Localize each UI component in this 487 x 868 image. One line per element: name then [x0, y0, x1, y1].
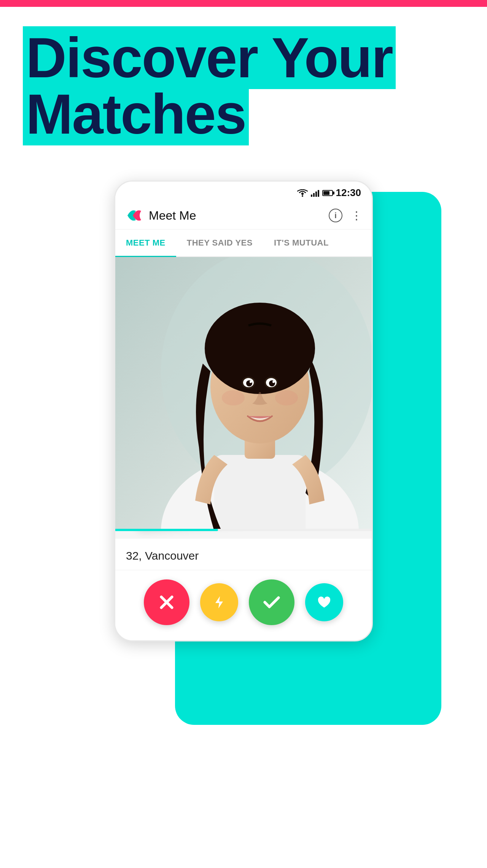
status-time: 12:30: [336, 187, 361, 199]
hero-line1: Discover Your: [23, 26, 396, 89]
svg-point-19: [205, 303, 315, 394]
status-icons: 12:30: [297, 187, 361, 199]
card-front-photo: [115, 257, 372, 531]
phone-frame: 12:30 Meet Me i ⋮ MEET ME THEY SAID YES …: [114, 180, 373, 641]
hero-title: Discover Your Matches: [23, 30, 464, 142]
profile-location: 32, Vancouver: [126, 549, 199, 562]
svg-rect-3: [313, 193, 315, 197]
wifi-icon: [297, 189, 308, 197]
svg-rect-2: [311, 195, 312, 197]
status-bar: 12:30: [115, 182, 372, 202]
boost-icon: [212, 595, 227, 610]
app-logo: Meet Me: [124, 206, 329, 225]
phone-container: 12:30 Meet Me i ⋮ MEET ME THEY SAID YES …: [57, 180, 430, 641]
tabs-bar: MEET ME THEY SAID YES IT'S MUTUAL: [115, 230, 372, 257]
top-accent-bar: [0, 0, 487, 7]
accept-icon: [262, 592, 282, 612]
favorite-button[interactable]: [305, 583, 343, 621]
tab-meet-me[interactable]: MEET ME: [115, 230, 176, 256]
header-actions: i ⋮: [329, 209, 363, 222]
svg-rect-16: [214, 455, 306, 531]
action-buttons: [115, 570, 372, 640]
app-header: Meet Me i ⋮: [115, 202, 372, 230]
svg-point-26: [250, 381, 252, 383]
reject-icon: [157, 592, 177, 612]
hero-section: Discover Your Matches: [0, 7, 487, 158]
card-front: [115, 257, 372, 531]
svg-marker-0: [301, 192, 304, 195]
signal-icon: [311, 189, 319, 197]
profile-info: 32, Vancouver: [115, 539, 372, 570]
svg-point-29: [275, 390, 298, 405]
svg-point-28: [222, 390, 245, 405]
svg-rect-4: [315, 191, 317, 197]
app-logo-icon: [124, 206, 144, 225]
hero-line2: Matches: [23, 83, 249, 145]
battery-icon: [322, 190, 333, 196]
card-progress-bar: [115, 529, 372, 531]
tab-they-said-yes[interactable]: THEY SAID YES: [176, 230, 263, 256]
heart-icon: [317, 595, 332, 610]
accept-button[interactable]: [249, 579, 294, 625]
reject-button[interactable]: [144, 579, 189, 625]
svg-marker-32: [215, 596, 223, 608]
info-button[interactable]: i: [329, 209, 342, 222]
person-front-illustration: [115, 257, 372, 531]
more-button[interactable]: ⋮: [351, 214, 363, 217]
svg-point-27: [272, 381, 275, 383]
cards-area: [115, 257, 372, 539]
progress-fill: [115, 529, 218, 531]
tab-its-mutual[interactable]: IT'S MUTUAL: [263, 230, 339, 256]
svg-point-1: [302, 195, 303, 197]
svg-rect-5: [318, 190, 319, 197]
boost-button[interactable]: [200, 583, 238, 621]
app-title: Meet Me: [149, 209, 196, 223]
